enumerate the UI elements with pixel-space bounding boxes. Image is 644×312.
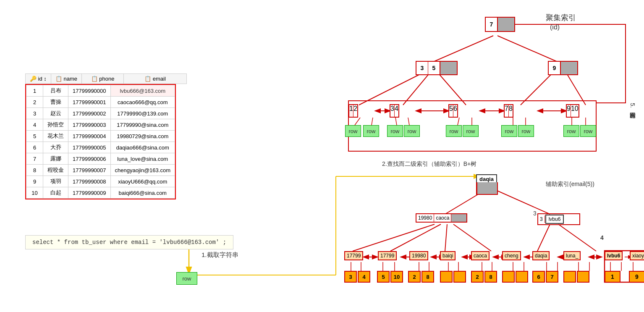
- table-row: 9 项羽 17799990008 xiaoyU666@qq.com: [26, 176, 175, 187]
- node-gray2: [459, 214, 466, 222]
- step3-label: 3: [533, 210, 537, 217]
- id-2c: 2: [471, 271, 484, 283]
- node-3: 3: [416, 62, 428, 74]
- svg-line-28: [537, 224, 550, 251]
- leaf-5: 5: [449, 105, 453, 117]
- svg-line-3: [403, 72, 430, 105]
- cell-name: 吕布: [43, 85, 68, 97]
- sec-leaf-lvbu6: lvbu6: [605, 251, 623, 260]
- node-gray2: [569, 62, 577, 74]
- leaf-6: 6: [453, 105, 457, 117]
- row-box-5: row: [446, 125, 462, 137]
- clustered-leaf-910: 9 10: [566, 104, 579, 118]
- row-box-8: row: [518, 125, 534, 137]
- leaf-8: 8: [509, 105, 513, 117]
- id-7: 7: [546, 271, 558, 283]
- id-ch2: [516, 271, 528, 283]
- clustered-leaf-34: 3 4: [390, 104, 399, 118]
- row-box-2: row: [363, 125, 379, 137]
- row-box-6: row: [463, 125, 479, 137]
- table-row: 2 曹操 17799990001 caocao666@qq.com: [26, 97, 175, 108]
- col-header-id: 🔑 id ↕: [26, 74, 51, 84]
- id-1-lvbu6: 1: [605, 271, 620, 283]
- svg-line-27: [453, 224, 491, 251]
- id-6: 6: [532, 271, 545, 283]
- svg-line-1: [497, 36, 558, 62]
- svg-line-6: [566, 72, 586, 105]
- svg-line-15: [458, 118, 459, 125]
- root-gray2: [506, 18, 514, 31]
- svg-line-2: [359, 72, 424, 105]
- clustered-index-id-label: (id): [550, 24, 560, 31]
- svg-line-5: [521, 72, 553, 105]
- sec-leaf-caoca: caoca: [471, 251, 490, 260]
- svg-line-13: [395, 118, 397, 125]
- svg-line-12: [372, 118, 373, 125]
- col-header-email: 📋 email: [123, 74, 186, 84]
- svg-line-23: [493, 189, 550, 214]
- col-header-name: 📋 name: [51, 74, 81, 84]
- leaf-7: 7: [505, 105, 509, 117]
- id-boxes-17799a: 3 4: [344, 271, 370, 283]
- svg-line-26: [445, 224, 447, 251]
- sql-text: select * from tb_user where email = 'lvb…: [32, 239, 226, 246]
- secondary-index-tree-label: 2.查找而二级索引（辅助索引）B+树: [382, 160, 476, 168]
- id-10: 10: [390, 271, 403, 283]
- standalone-row-box: row: [176, 272, 197, 285]
- id-boxes-xiaoy: 9: [629, 271, 644, 283]
- svg-line-4: [437, 72, 466, 105]
- id-l2: [577, 271, 589, 283]
- step1-label: 1.截取字符串: [202, 251, 238, 259]
- id-8: 8: [421, 271, 434, 283]
- node-caoca: caoca: [434, 214, 451, 222]
- sec-leaf-baiqi: baiqi: [440, 251, 456, 260]
- node-gray1: [560, 62, 569, 74]
- id-ch1: [502, 271, 515, 283]
- node-3: 3: [538, 215, 545, 223]
- id-5: 5: [377, 271, 390, 283]
- leaf-4: 4: [395, 105, 398, 117]
- table-row: 6 大乔 17799990005 daqiao666@sina.com: [26, 142, 175, 153]
- sec-leaf-daqia: daqia: [532, 251, 550, 260]
- id-boxes-lvbu6: 1: [605, 271, 620, 283]
- sec-leaf-luna: luna_: [563, 251, 581, 260]
- cell-email: lvbu666@163.com: [110, 85, 175, 97]
- id-2: 2: [408, 271, 421, 283]
- id-4: 4: [358, 271, 370, 283]
- leaf-3: 3: [390, 105, 395, 117]
- sec-leaf-17799b: 17799: [378, 251, 397, 260]
- table-row: 1 吕布 17799990000 lvbu666@163.com: [26, 85, 175, 97]
- secondary-index-title: 辅助索引(email(5)): [546, 181, 594, 188]
- clustered-leaf-78: 7 8: [504, 104, 513, 118]
- leaf-1: 1: [349, 105, 353, 117]
- row-box-7: row: [501, 125, 517, 137]
- row-box-1: row: [345, 125, 361, 137]
- clustered-index-title: 聚集索引: [546, 13, 576, 23]
- svg-line-25: [390, 224, 441, 251]
- id-9-xiaoy: 9: [629, 271, 644, 283]
- id-boxes-daqia: 6 7: [532, 271, 558, 283]
- table-row: 8 程咬金 17799990007 chengyaojin@163.com: [26, 165, 175, 176]
- id-b2: [453, 271, 466, 283]
- node-gray1: [440, 62, 448, 74]
- svg-line-24: [353, 224, 435, 251]
- id-boxes-19980: 2 8: [408, 271, 434, 283]
- step4-label: 4: [600, 234, 604, 241]
- sec-leaf-19980: 19980: [409, 251, 428, 260]
- step5-label: 5.回标查询: [629, 103, 636, 108]
- leaf-2: 2: [353, 105, 357, 117]
- id-3: 3: [344, 271, 357, 283]
- cell-id: 1: [26, 85, 43, 97]
- table-bordered-body: 1 吕布 17799990000 lvbu666@163.com 2 曹操 17…: [25, 84, 176, 199]
- id-boxes-17799b: 5 10: [377, 271, 403, 283]
- clustered-leaf-12: 1 2: [348, 104, 358, 118]
- leaf-10: 10: [571, 105, 579, 117]
- node-5: 5: [428, 62, 440, 74]
- node-lvbu6-bordered: lvbu6: [545, 215, 564, 224]
- secondary-node-3-lvbu6: 3 lvbu6: [537, 213, 580, 225]
- sec-gray1: [477, 182, 487, 194]
- node-9-val: 9: [549, 62, 560, 74]
- sec-gray2: [487, 182, 497, 194]
- root-gray1: [497, 18, 506, 31]
- cell-phone: 17799990000: [68, 85, 111, 97]
